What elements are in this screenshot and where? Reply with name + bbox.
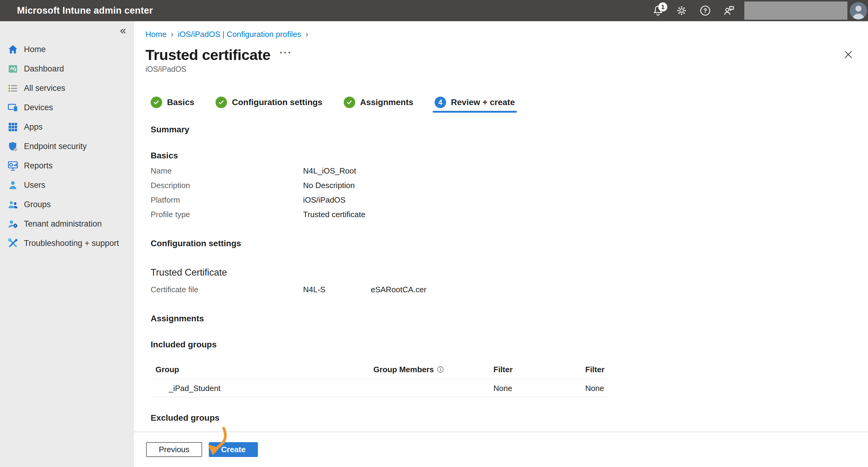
excluded-groups-heading: Excluded groups (151, 413, 868, 423)
all-services-icon (7, 83, 19, 94)
tab-configuration-settings[interactable]: Configuration settings (216, 97, 322, 108)
summary-row-profile-type: Profile type Trusted certificate (151, 207, 868, 222)
close-icon[interactable] (843, 49, 854, 60)
wizard-steps: Basics Configuration settings Assignment… (151, 96, 868, 109)
feedback-button[interactable] (717, 0, 741, 21)
top-bar: Microsoft Intune admin center 1 (0, 0, 868, 21)
sidebar-item-apps[interactable]: Apps (0, 117, 134, 137)
trusted-certificate-subheading: Trusted Certificate (151, 267, 868, 279)
users-icon (7, 179, 19, 191)
page-title: Trusted certificate (146, 46, 271, 63)
col-header-group-members: Group Members (373, 365, 493, 374)
topbar-actions: 1 ? (646, 0, 868, 21)
sidebar-item-users[interactable]: Users (0, 175, 134, 195)
assignments-heading: Assignments (151, 314, 868, 324)
groups-icon (7, 199, 19, 210)
breadcrumb-separator: › (170, 29, 173, 39)
breadcrumb: Home › iOS/iPadOS | Configuration profil… (146, 30, 868, 39)
gear-icon (675, 4, 688, 17)
breadcrumb-config-profiles-link[interactable]: iOS/iPadOS | Configuration profiles (178, 30, 301, 39)
tab-review-create[interactable]: 4 Review + create (435, 97, 515, 108)
app-title: Microsoft Intune admin center (17, 5, 153, 16)
settings-button[interactable] (670, 0, 693, 21)
sidebar-item-endpoint-security[interactable]: Endpoint security (0, 137, 134, 156)
configuration-settings-heading: Configuration settings (151, 239, 868, 249)
summary-row-platform: Platform iOS/iPadOS (151, 193, 868, 207)
active-tab-underline (433, 111, 517, 113)
sidebar-item-dashboard[interactable]: Dashboard (0, 59, 134, 78)
step-complete-icon (216, 97, 227, 108)
devices-icon (7, 102, 19, 113)
previous-button[interactable]: Previous (146, 442, 202, 457)
col-header-filter-2: Filter (585, 365, 608, 374)
help-button[interactable]: ? (693, 0, 717, 21)
help-icon: ? (699, 4, 712, 17)
more-menu-icon[interactable]: ··· (280, 47, 292, 58)
notifications-button[interactable]: 1 (646, 0, 670, 21)
tab-assignments[interactable]: Assignments (344, 97, 413, 108)
intune-admin-center: Microsoft Intune admin center 1 (0, 0, 868, 467)
apps-icon (7, 122, 19, 133)
filter-2-cell: None (585, 384, 608, 393)
summary-row-name: Name N4L_iOS_Root (151, 164, 868, 178)
sidebar-item-tenant-administration[interactable]: Tenant administration (0, 214, 134, 234)
dashboard-icon (7, 63, 19, 74)
create-button[interactable]: Create (209, 442, 258, 457)
summary-heading: Summary (151, 125, 868, 135)
tab-basics[interactable]: Basics (151, 97, 194, 108)
included-groups-table: Group Group Members Filter Filter _iPa (151, 360, 608, 397)
step-complete-icon (344, 97, 355, 108)
summary-row-certificate-file: Certificate file N4L-SeSARootCA.cer (151, 282, 868, 297)
sidebar-nav: Home Dashboard (0, 40, 134, 253)
basics-heading: Basics (151, 151, 868, 161)
home-icon (7, 44, 19, 55)
notification-badge: 1 (658, 2, 668, 11)
redacted-account-info (744, 1, 847, 20)
sidebar-item-reports[interactable]: Reports (0, 156, 134, 175)
included-groups-heading: Included groups (151, 340, 868, 350)
certificate-file-suffix: eSARootCA.cer (371, 285, 427, 294)
tenant-administration-icon (7, 219, 19, 230)
sidebar-item-troubleshooting-support[interactable]: Troubleshooting + support (0, 234, 134, 253)
col-header-filter: Filter (493, 365, 585, 374)
page-subtitle: iOS/iPadOS (146, 65, 868, 74)
certificate-file-prefix: N4L-S (303, 285, 326, 294)
breadcrumb-home-link[interactable]: Home (146, 30, 166, 39)
step-complete-icon (151, 97, 162, 108)
col-header-group: Group (151, 365, 373, 374)
avatar[interactable] (850, 2, 867, 20)
filter-cell: None (493, 384, 585, 393)
table-divider (151, 397, 608, 397)
breadcrumb-separator: › (306, 29, 308, 39)
troubleshooting-icon (7, 238, 19, 249)
info-icon[interactable] (437, 366, 444, 373)
wizard-footer: Previous Create (134, 432, 868, 467)
summary-row-description: Description No Description (151, 178, 868, 193)
sidebar: « Home Dashboard (0, 21, 134, 467)
group-name-cell: _iPad_Student (151, 384, 373, 393)
svg-text:?: ? (704, 7, 707, 14)
sidebar-item-devices[interactable]: Devices (0, 98, 134, 117)
sidebar-item-home[interactable]: Home (0, 40, 134, 59)
table-row: _iPad_Student None None (151, 380, 608, 397)
reports-icon (7, 160, 19, 171)
person-icon (850, 2, 867, 20)
sidebar-item-all-services[interactable]: All services (0, 78, 134, 98)
step-number-icon: 4 (435, 97, 446, 108)
sidebar-item-groups[interactable]: Groups (0, 195, 134, 214)
feedback-icon (722, 4, 735, 17)
table-header-row: Group Group Members Filter Filter (151, 360, 608, 379)
endpoint-security-icon (7, 141, 19, 152)
sidebar-collapse-icon[interactable]: « (120, 24, 126, 37)
main-content: Home › iOS/iPadOS | Configuration profil… (134, 21, 868, 467)
basics-rows: Name N4L_iOS_Root Description No Descrip… (151, 164, 868, 222)
